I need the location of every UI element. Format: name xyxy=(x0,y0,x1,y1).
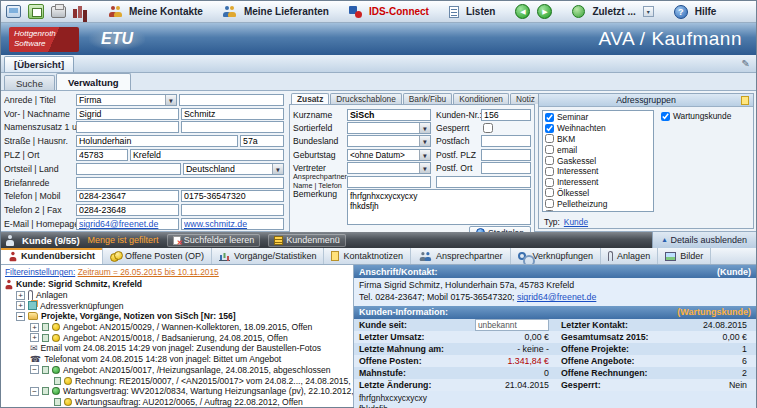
ortsteil-input[interactable] xyxy=(76,163,181,175)
chevron-down-icon[interactable]: ▾ xyxy=(272,164,283,174)
postf-ort-input[interactable] xyxy=(481,162,531,174)
expand-icon[interactable] xyxy=(30,333,39,342)
tab-konditionen[interactable]: Konditionen xyxy=(453,93,509,104)
meine-kontakte-button[interactable]: Meine Kontakte xyxy=(129,6,203,17)
sortierfeld-select[interactable]: ▾ xyxy=(347,122,431,134)
titel-input[interactable] xyxy=(179,94,284,106)
anrede-select[interactable]: ▾ xyxy=(76,94,177,106)
checkbox[interactable] xyxy=(545,199,554,208)
adressgruppe-interessent-2[interactable]: Interessent xyxy=(545,177,651,188)
tab-vorgaenge-statistiken[interactable]: Vorgänge/Statistiken xyxy=(212,248,325,264)
expand-icon[interactable] xyxy=(16,301,25,310)
filter-settings-link[interactable]: Filtereinstellungen: Zeitraum = 26.05.20… xyxy=(5,267,353,277)
checkbox[interactable] xyxy=(545,124,554,133)
chevron-down-icon[interactable]: ▾ xyxy=(419,150,430,160)
collapse-icon[interactable] xyxy=(30,387,39,396)
ort-input[interactable] xyxy=(130,149,284,161)
zuletzt-button[interactable]: Zuletzt ... xyxy=(592,6,635,17)
ids-connect-button[interactable]: IDS-Connect xyxy=(369,6,429,17)
tab-verwaltung[interactable]: Verwaltung xyxy=(56,73,131,90)
hilfe-button[interactable]: Hilfe xyxy=(695,6,717,17)
ansprechpartner-name-input[interactable] xyxy=(347,176,431,188)
tree-node-angebot-0017[interactable]: Angebot: AN2015/0017, /Heizungsanlage, 2… xyxy=(4,365,353,376)
checkbox[interactable] xyxy=(545,178,554,187)
typ-kunde-link[interactable]: Kunde xyxy=(564,217,588,227)
chevron-down-icon[interactable]: ▾ xyxy=(643,6,654,17)
expand-icon[interactable] xyxy=(30,323,39,332)
note-icon[interactable] xyxy=(741,96,749,105)
back-button[interactable]: ◀ xyxy=(515,4,530,19)
tab-suche[interactable]: Suche xyxy=(4,75,55,90)
wartungskunde-checkbox[interactable] xyxy=(661,112,670,121)
vorname-input[interactable] xyxy=(76,108,179,120)
kundenmenu-button[interactable]: Kundenmenü xyxy=(268,234,346,247)
fax-input[interactable] xyxy=(181,204,284,216)
geburtstag-select[interactable]: ▾ xyxy=(347,149,431,161)
telefon-input[interactable] xyxy=(76,190,179,202)
chevron-down-icon[interactable]: ▾ xyxy=(419,163,430,173)
collapse-icon[interactable] xyxy=(16,312,25,321)
help-icon[interactable]: ? xyxy=(674,5,688,19)
adressgruppe-interessent-1[interactable]: Interessent xyxy=(545,166,651,177)
homepage-field[interactable] xyxy=(181,218,284,230)
active-module-icon[interactable] xyxy=(28,4,44,19)
chevron-down-icon[interactable]: ▾ xyxy=(165,95,176,105)
plz-input[interactable] xyxy=(76,149,128,161)
adressgruppe-pelletheizung[interactable]: Pelletheizung xyxy=(545,198,651,209)
tab-notiz[interactable]: Notiz xyxy=(510,93,541,104)
mobil-input[interactable] xyxy=(181,190,284,202)
tab-kundenuebersicht[interactable]: Kundenübersicht xyxy=(1,248,103,264)
land-select[interactable]: ▾ xyxy=(183,163,284,175)
email-field[interactable] xyxy=(76,218,179,230)
tab-kontaktnotizen[interactable]: Kontaktnotizen xyxy=(324,248,411,264)
meine-lieferanten-button[interactable]: Meine Lieferanten xyxy=(244,6,329,17)
tab-offene-posten[interactable]: Offene Posten (OP) xyxy=(103,248,212,264)
geburtstag-input[interactable] xyxy=(348,150,419,160)
gesperrt-checkbox[interactable] xyxy=(483,123,493,133)
bemerkung-textarea[interactable]: fhrfgnhxcxycxycxy fhkdsfjh xyxy=(347,189,531,225)
adressgruppe-oelkessel[interactable]: Ölkessel xyxy=(545,188,651,199)
buildings-icon[interactable] xyxy=(73,5,88,18)
adressgruppe-email[interactable]: email xyxy=(545,144,651,155)
checkbox[interactable] xyxy=(545,134,554,143)
bundesland-select[interactable]: ▾ xyxy=(347,135,431,147)
tree-node-wartungsauftrag[interactable]: Wartungsauftrag: AU2012/0065, / Auftrag … xyxy=(4,397,353,407)
checkbox[interactable] xyxy=(545,145,554,154)
namenszusatz2-input[interactable] xyxy=(181,121,284,133)
tree-node-telefonat[interactable]: ☎ Telefonat vom 24.08.2015 14:28 von jna… xyxy=(4,354,353,365)
tab-anlagen[interactable]: Anlagen xyxy=(601,248,658,264)
vertreter-select[interactable]: ▾ xyxy=(347,162,431,174)
ansprechpartner-telefon-input[interactable] xyxy=(436,176,531,188)
land-input[interactable] xyxy=(184,164,272,174)
tree-node-angebot-0018[interactable]: Angebot: AN2015/0018, / Badsanierung, 24… xyxy=(4,332,353,343)
tree-node-email[interactable]: ✉ Email vom 24.08.2015 14:29 von jnagel:… xyxy=(4,343,353,354)
collapse-icon[interactable] xyxy=(30,365,39,374)
tab-verknuepfungen[interactable]: Verknüpfungen xyxy=(511,248,602,264)
tab-ansprechpartner[interactable]: Ansprechpartner xyxy=(411,248,511,264)
tab-zusatz[interactable]: Zusatz xyxy=(291,93,329,104)
briefanrede-input[interactable] xyxy=(76,177,284,189)
strasse-input[interactable] xyxy=(76,135,238,147)
clear-search-button[interactable]: Suchfelder leeren xyxy=(167,234,261,247)
tree-node-anlagen[interactable]: Anlagen xyxy=(4,290,353,301)
tree-node-adressverknuepfungen[interactable]: Adressverknüpfungen xyxy=(4,300,353,311)
forward-button[interactable]: ▶ xyxy=(537,4,552,19)
checkbox[interactable] xyxy=(545,188,554,197)
tree-node-kunde[interactable]: Kunde: Sigrid Schmitz, Krefeld xyxy=(4,279,353,290)
tab-bank-fibu[interactable]: Bank/Fibu xyxy=(403,93,452,104)
wartungskunde-checkbox-label[interactable]: Wartungskunde xyxy=(661,111,731,121)
adressgruppe-bkm[interactable]: BKM xyxy=(545,134,651,145)
adressgruppe-seminar[interactable]: Seminar xyxy=(545,112,651,123)
listen-button[interactable]: Listen xyxy=(466,6,495,17)
telefon2-input[interactable] xyxy=(76,204,179,216)
namenszusatz1-input[interactable] xyxy=(76,121,179,133)
bundesland-input[interactable] xyxy=(348,136,419,146)
workstation-icon[interactable] xyxy=(6,5,21,18)
tab-uebersicht[interactable]: [Übersicht] xyxy=(4,56,74,72)
kundennr-input[interactable] xyxy=(481,109,531,121)
tab-bilder[interactable]: Bilder xyxy=(658,248,711,264)
details-toggle[interactable]: ▴Details ausblenden xyxy=(652,232,756,248)
postfach-input[interactable] xyxy=(481,135,531,147)
tab-druckschablone[interactable]: Druckschablone xyxy=(330,93,402,104)
expand-icon[interactable] xyxy=(16,291,25,300)
